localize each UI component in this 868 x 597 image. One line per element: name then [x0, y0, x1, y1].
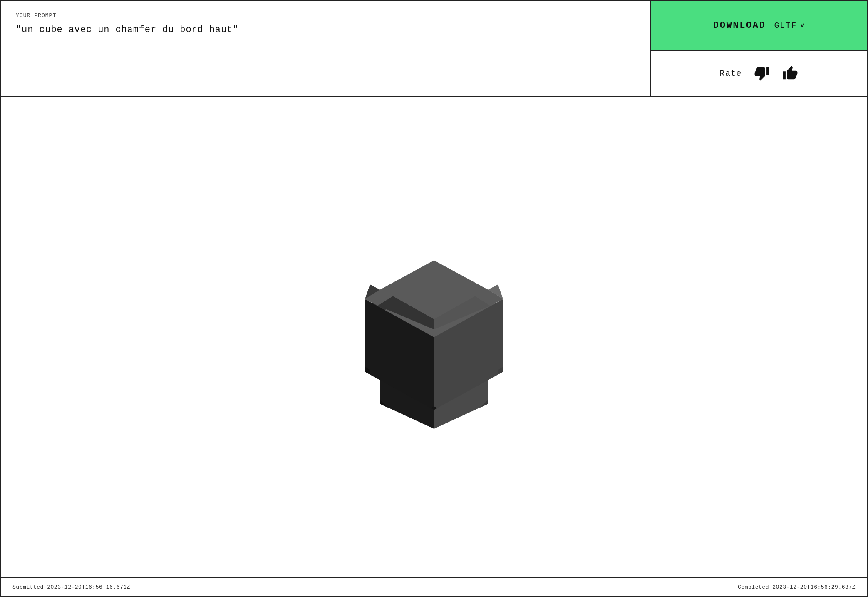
completed-timestamp: Completed 2023-12-20T16:56:29.637Z [738, 584, 856, 590]
thumbs-up-icon [782, 65, 798, 81]
top-section: YOUR PROMPT "un cube avec un chamfer du … [1, 1, 867, 97]
thumbs-down-button[interactable] [754, 65, 770, 81]
submitted-timestamp: Submitted 2023-12-20T16:56:16.671Z [12, 584, 130, 590]
rate-bar: Rate [651, 51, 867, 96]
format-label: GLTF [774, 21, 797, 30]
chevron-down-icon: ∨ [800, 21, 805, 30]
thumbs-down-icon [754, 65, 770, 81]
download-bar: DOWNLOAD GLTF ∨ [651, 1, 867, 51]
format-selector[interactable]: GLTF ∨ [774, 21, 805, 30]
thumbs-up-button[interactable] [782, 65, 798, 81]
main-canvas [1, 97, 867, 577]
prompt-text: "un cube avec un chamfer du bord haut" [16, 24, 635, 37]
download-button[interactable]: DOWNLOAD [713, 20, 766, 31]
prompt-label: YOUR PROMPT [16, 12, 635, 19]
right-panel: DOWNLOAD GLTF ∨ Rate [651, 1, 867, 96]
rate-label: Rate [720, 69, 742, 78]
svg-marker-22 [365, 260, 503, 319]
footer: Submitted 2023-12-20T16:56:16.671Z Compl… [1, 577, 867, 596]
prompt-area: YOUR PROMPT "un cube avec un chamfer du … [1, 1, 651, 96]
3d-model-final [330, 225, 538, 450]
